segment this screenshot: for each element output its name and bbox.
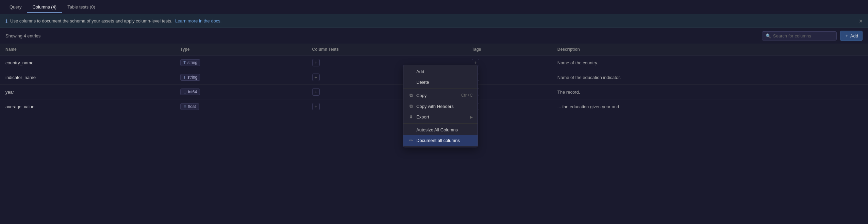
add-column-test-button[interactable]: + — [312, 74, 320, 81]
info-bar-left: ℹ Use columns to document the schema of … — [5, 18, 221, 24]
type-label: float — [188, 104, 196, 109]
menu-item-label-copy: Copy — [416, 93, 427, 98]
toolbar: Showing 4 entries 🔍 ＋ Add — [0, 28, 868, 44]
menu-item-export[interactable]: ⬇Export▶ — [403, 112, 478, 122]
menu-item-copy_with_headers[interactable]: ⧉Copy with Headers — [403, 101, 478, 112]
add-column-test-button[interactable]: + — [312, 88, 320, 96]
menu-item-icon-copy_with_headers: ⧉ — [408, 103, 414, 109]
cell-type: ⊟float — [175, 99, 306, 114]
tab-columns[interactable]: Columns (4) — [27, 2, 62, 13]
cell-name: country_name — [0, 55, 175, 70]
cell-description: The record. — [552, 85, 868, 99]
description-text: The record. — [557, 90, 580, 95]
info-bar: ℹ Use columns to document the schema of … — [0, 14, 868, 28]
type-icon: T — [183, 75, 186, 79]
menu-item-copy[interactable]: ⧉CopyCtrl+C — [403, 90, 478, 101]
type-icon: ⊞ — [183, 90, 186, 94]
menu-item-left-document_all_columns: ✏Document all columns — [408, 138, 460, 143]
menu-item-icon-document_all_columns: ✏ — [408, 138, 414, 143]
menu-divider — [403, 123, 478, 124]
cell-tags: + — [466, 85, 552, 99]
cell-name: indicator_name — [0, 70, 175, 85]
menu-item-document_all_columns[interactable]: ✏Document all columns — [403, 135, 478, 146]
menu-item-label-copy_with_headers: Copy with Headers — [416, 104, 454, 109]
menu-item-label-export: Export — [416, 114, 429, 119]
type-icon: T — [183, 61, 186, 65]
menu-item-arrow-export: ▶ — [470, 115, 473, 119]
search-icon: 🔍 — [766, 33, 771, 38]
add-icon: ＋ — [845, 33, 849, 39]
cell-tags: + — [466, 70, 552, 85]
context-menu: AddDelete⧉CopyCtrl+C⧉Copy with Headers⬇E… — [403, 65, 478, 147]
menu-item-label-document_all_columns: Document all columns — [416, 138, 460, 143]
search-box[interactable]: 🔍 — [762, 31, 837, 41]
menu-item-left-export: ⬇Export — [408, 114, 429, 119]
type-icon: ⊟ — [183, 105, 186, 109]
col-header-name[interactable]: Name — [0, 44, 175, 55]
add-column-test-button[interactable]: + — [312, 59, 320, 66]
menu-item-label-add: Add — [416, 69, 424, 74]
menu-item-add[interactable]: Add — [403, 66, 478, 77]
cell-type: Tstring — [175, 55, 306, 70]
info-message: Use columns to document the schema of yo… — [10, 18, 172, 23]
entries-label: Showing 4 entries — [5, 33, 40, 38]
description-text: ... the education given year and — [557, 104, 619, 109]
menu-item-left-delete: Delete — [408, 80, 429, 85]
col-header-column-tests[interactable]: Column Tests — [307, 44, 467, 55]
info-link[interactable]: Learn more in the docs. — [175, 18, 222, 23]
tab-query[interactable]: Query — [4, 2, 27, 13]
menu-item-shortcut-copy: Ctrl+C — [461, 93, 473, 98]
search-input[interactable] — [773, 33, 833, 38]
add-column-test-button[interactable]: + — [312, 103, 320, 110]
menu-item-label-autosize_all_columns: Autosize All Columns — [416, 127, 458, 132]
info-icon: ℹ — [5, 18, 7, 24]
menu-item-icon-export: ⬇ — [408, 114, 414, 119]
cell-type: Tstring — [175, 70, 306, 85]
menu-divider — [403, 89, 478, 89]
type-label: int64 — [188, 90, 197, 94]
menu-item-left-autosize_all_columns: Autosize All Columns — [408, 127, 458, 132]
tabs-bar: Query Columns (4) Table tests (0) — [0, 0, 868, 14]
description-text: Name of the country. — [557, 60, 598, 65]
close-info-button[interactable]: × — [859, 18, 863, 24]
description-text: Name of the education indicator. — [557, 75, 621, 80]
cell-description: ... the education given year and — [552, 99, 868, 114]
menu-item-label-delete: Delete — [416, 80, 429, 85]
cell-tags: + — [466, 55, 552, 70]
cell-type: ⊞int64 — [175, 85, 306, 99]
menu-item-left-add: Add — [408, 69, 424, 74]
menu-item-icon-copy: ⧉ — [408, 93, 414, 98]
menu-item-left-copy: ⧉Copy — [408, 93, 427, 98]
menu-item-autosize_all_columns[interactable]: Autosize All Columns — [403, 125, 478, 135]
col-header-description[interactable]: Description — [552, 44, 868, 55]
col-header-type[interactable]: Type — [175, 44, 306, 55]
cell-name: year — [0, 85, 175, 99]
cell-tags: + — [466, 99, 552, 114]
cell-description: Name of the country. — [552, 55, 868, 70]
menu-item-left-copy_with_headers: ⧉Copy with Headers — [408, 103, 454, 109]
cell-description: Name of the education indicator. — [552, 70, 868, 85]
type-label: string — [187, 60, 197, 65]
table-header-row: Name Type Column Tests Tags Description — [0, 44, 868, 55]
col-header-tags[interactable]: Tags — [466, 44, 552, 55]
toolbar-right: 🔍 ＋ Add — [762, 31, 863, 41]
cell-name: average_value — [0, 99, 175, 114]
tab-table-tests[interactable]: Table tests (0) — [62, 2, 101, 13]
type-label: string — [187, 75, 197, 80]
menu-item-delete[interactable]: Delete — [403, 77, 478, 87]
add-label: Add — [850, 33, 858, 38]
add-button[interactable]: ＋ Add — [840, 31, 863, 41]
